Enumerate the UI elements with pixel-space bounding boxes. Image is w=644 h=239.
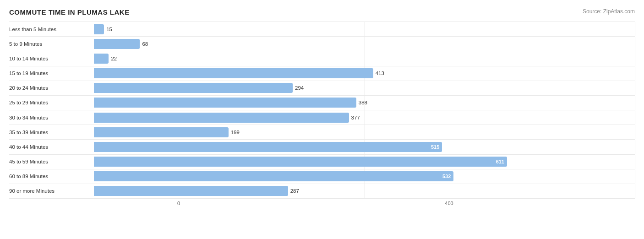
bar-row: 10 to 14 Minutes22: [9, 51, 635, 65]
bar-fill: 287: [94, 186, 288, 196]
bar-track: 294: [94, 81, 635, 95]
bar-track: 199: [94, 125, 635, 139]
bar-label: 15 to 19 Minutes: [9, 71, 94, 76]
x-tick: 0: [177, 201, 180, 206]
grid-line: [635, 110, 635, 125]
chart-title: COMMUTE TIME IN PLUMAS LAKE: [9, 8, 130, 16]
grid-line: [635, 66, 635, 81]
bar-track: 515: [94, 140, 635, 154]
bar-track: 611: [94, 155, 635, 169]
bars-area: Less than 5 Minutes155 to 9 Minutes6810 …: [9, 22, 635, 199]
chart-source: Source: ZipAtlas.com: [583, 8, 635, 15]
bar-value: 294: [295, 85, 304, 91]
bar-label: 60 to 89 Minutes: [9, 174, 94, 179]
grid-line: [365, 22, 365, 36]
grid-line: [365, 125, 365, 139]
bar-fill: 15: [94, 24, 104, 34]
bar-fill: 532: [94, 171, 453, 181]
bar-track: 68: [94, 37, 635, 51]
bar-track: 413: [94, 66, 635, 81]
bar-value: 199: [231, 130, 240, 135]
bar-track: 287: [94, 184, 635, 198]
bar-value: 611: [496, 159, 504, 164]
bar-label: 45 to 59 Minutes: [9, 159, 94, 164]
x-tick: 400: [445, 201, 453, 206]
bar-fill: 413: [94, 68, 373, 78]
bar-track: 388: [94, 96, 635, 110]
bar-label: 90 or more Minutes: [9, 188, 94, 194]
bar-row: 15 to 19 Minutes413: [9, 66, 635, 81]
bar-fill: 68: [94, 39, 140, 49]
bar-label: 30 to 34 Minutes: [9, 115, 94, 120]
bar-label: Less than 5 Minutes: [9, 27, 94, 32]
bar-row: 35 to 39 Minutes199: [9, 125, 635, 139]
grid-line: [635, 140, 635, 154]
bar-track: 377: [94, 110, 635, 125]
chart-header: COMMUTE TIME IN PLUMAS LAKE Source: ZipA…: [9, 8, 635, 16]
grid-line: [635, 37, 635, 51]
chart-body: Less than 5 Minutes155 to 9 Minutes6810 …: [9, 22, 635, 209]
bar-row: 25 to 29 Minutes388: [9, 95, 635, 110]
grid-line: [635, 125, 635, 139]
bar-fill: 294: [94, 83, 293, 93]
grid-line: [635, 22, 635, 36]
bar-fill: 388: [94, 98, 356, 108]
chart-container: COMMUTE TIME IN PLUMAS LAKE Source: ZipA…: [0, 0, 644, 239]
bar-row: 90 or more Minutes287: [9, 184, 635, 199]
grid-line: [635, 96, 635, 110]
bar-row: 5 to 9 Minutes68: [9, 36, 635, 51]
bar-row: 30 to 34 Minutes377: [9, 110, 635, 125]
bar-fill: 515: [94, 142, 442, 152]
grid-line: [365, 110, 365, 125]
bar-value: 377: [351, 115, 360, 120]
grid-line: [635, 155, 635, 169]
bar-value: 515: [431, 144, 439, 150]
grid-line: [365, 51, 365, 65]
bar-row: 40 to 44 Minutes515: [9, 139, 635, 154]
bar-label: 10 to 14 Minutes: [9, 56, 94, 61]
bar-label: 5 to 9 Minutes: [9, 41, 94, 47]
bar-fill: 377: [94, 113, 349, 123]
grid-line: [365, 184, 365, 198]
bar-row: 20 to 24 Minutes294: [9, 81, 635, 95]
x-axis: 0400800: [94, 201, 635, 209]
bar-value: 22: [111, 56, 117, 61]
bar-track: 22: [94, 51, 635, 65]
bar-label: 35 to 39 Minutes: [9, 130, 94, 135]
bar-row: 60 to 89 Minutes532: [9, 169, 635, 184]
grid-line: [635, 81, 635, 95]
grid-line: [635, 184, 635, 198]
bar-value: 15: [106, 27, 112, 32]
bar-label: 40 to 44 Minutes: [9, 144, 94, 150]
bar-value: 388: [359, 100, 367, 105]
grid-line: [365, 37, 365, 51]
bar-track: 532: [94, 169, 635, 184]
bar-fill: 611: [94, 157, 507, 167]
bar-label: 25 to 29 Minutes: [9, 100, 94, 105]
bar-track: 15: [94, 22, 635, 36]
bar-value: 68: [142, 41, 148, 47]
bar-value: 287: [290, 188, 299, 194]
bar-fill: 199: [94, 127, 229, 137]
grid-line: [635, 169, 635, 184]
bar-value: 532: [442, 174, 451, 179]
grid-line: [365, 81, 365, 95]
bar-row: 45 to 59 Minutes611: [9, 154, 635, 169]
bar-fill: 22: [94, 54, 109, 64]
grid-line: [635, 51, 635, 65]
bar-label: 20 to 24 Minutes: [9, 85, 94, 91]
bar-row: Less than 5 Minutes15: [9, 22, 635, 36]
bar-value: 413: [376, 71, 384, 76]
